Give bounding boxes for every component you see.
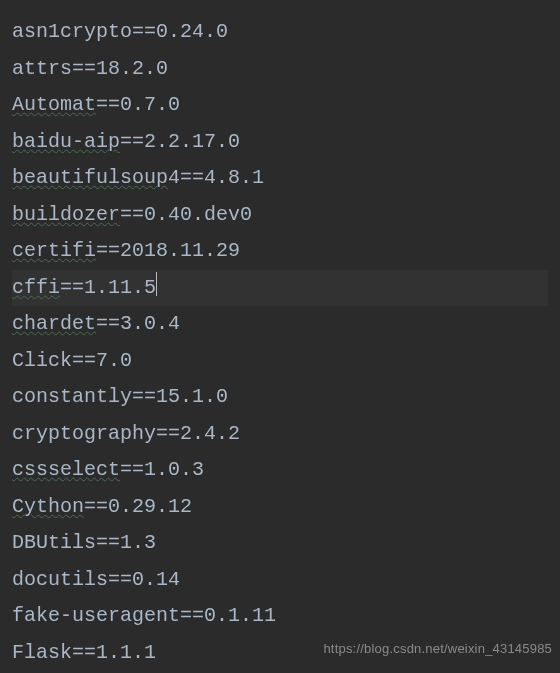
- package-version: 2018.11.29: [120, 239, 240, 262]
- separator: ==: [108, 568, 132, 591]
- code-line[interactable]: cryptography==2.4.2: [12, 416, 548, 453]
- separator: ==: [96, 531, 120, 554]
- package-version: 18.2.0: [96, 57, 168, 80]
- separator: ==: [96, 239, 120, 262]
- package-version: 0.24.0: [156, 20, 228, 43]
- package-version: 7.0: [96, 349, 132, 372]
- package-name: DBUtils: [12, 531, 96, 554]
- package-name: Click: [12, 349, 72, 372]
- separator: ==: [120, 203, 144, 226]
- package-name: fake-useragent: [12, 604, 180, 627]
- package-version: 1.11.5: [84, 276, 156, 299]
- package-version: 0.7.0: [120, 93, 180, 116]
- code-line[interactable]: baidu-aip==2.2.17.0: [12, 124, 548, 161]
- separator: ==: [180, 604, 204, 627]
- separator: ==: [96, 312, 120, 335]
- package-version: 0.1.11: [204, 604, 276, 627]
- package-version: 2.4.2: [180, 422, 240, 445]
- code-line[interactable]: constantly==15.1.0: [12, 379, 548, 416]
- separator: ==: [72, 641, 96, 664]
- code-line[interactable]: fake-useragent==0.1.11: [12, 598, 548, 635]
- package-name: Flask: [12, 641, 72, 664]
- code-line[interactable]: certifi==2018.11.29: [12, 233, 548, 270]
- watermark-text: https://blog.csdn.net/weixin_43145985: [323, 631, 552, 668]
- code-line[interactable]: Click==7.0: [12, 343, 548, 380]
- code-line[interactable]: Automat==0.7.0: [12, 87, 548, 124]
- package-version: 2.2.17.0: [144, 130, 240, 153]
- package-name: docutils: [12, 568, 108, 591]
- separator: ==: [96, 93, 120, 116]
- code-line[interactable]: attrs==18.2.0: [12, 51, 548, 88]
- package-name: Cython: [12, 495, 84, 518]
- separator: ==: [132, 385, 156, 408]
- package-name: constantly: [12, 385, 132, 408]
- package-version: 1.1.1: [96, 641, 156, 664]
- code-line[interactable]: chardet==3.0.4: [12, 306, 548, 343]
- separator: ==: [72, 349, 96, 372]
- separator: ==: [60, 276, 84, 299]
- package-name: cssselect: [12, 458, 120, 481]
- package-version: 1.0.3: [144, 458, 204, 481]
- package-name: Automat: [12, 93, 96, 116]
- package-version: 3.0.4: [120, 312, 180, 335]
- code-line[interactable]: docutils==0.14: [12, 562, 548, 599]
- separator: ==: [120, 130, 144, 153]
- package-version: 15.1.0: [156, 385, 228, 408]
- code-line[interactable]: cssselect==1.0.3: [12, 452, 548, 489]
- package-version: 0.40.dev0: [144, 203, 252, 226]
- code-line[interactable]: DBUtils==1.3: [12, 525, 548, 562]
- package-name: cryptography: [12, 422, 156, 445]
- code-editor[interactable]: asn1crypto==0.24.0attrs==18.2.0Automat==…: [0, 0, 560, 673]
- package-version: 0.29.12: [108, 495, 192, 518]
- separator: ==: [156, 422, 180, 445]
- package-version: 4.8.1: [204, 166, 264, 189]
- code-line[interactable]: cffi==1.11.5: [12, 270, 548, 307]
- package-name: buildozer: [12, 203, 120, 226]
- code-line[interactable]: beautifulsoup4==4.8.1: [12, 160, 548, 197]
- package-name: attrs: [12, 57, 72, 80]
- package-name: cffi: [12, 276, 60, 299]
- separator: ==: [84, 495, 108, 518]
- text-caret: [156, 272, 157, 296]
- package-name: baidu-aip: [12, 130, 120, 153]
- separator: 4==: [168, 166, 204, 189]
- package-name: asn1crypto: [12, 20, 132, 43]
- package-name: beautifulsoup: [12, 166, 168, 189]
- package-version: 1.3: [120, 531, 156, 554]
- separator: ==: [72, 57, 96, 80]
- package-name: chardet: [12, 312, 96, 335]
- separator: ==: [132, 20, 156, 43]
- package-version: 0.14: [132, 568, 180, 591]
- code-line[interactable]: buildozer==0.40.dev0: [12, 197, 548, 234]
- package-name: certifi: [12, 239, 96, 262]
- code-line[interactable]: Cython==0.29.12: [12, 489, 548, 526]
- code-line[interactable]: asn1crypto==0.24.0: [12, 14, 548, 51]
- separator: ==: [120, 458, 144, 481]
